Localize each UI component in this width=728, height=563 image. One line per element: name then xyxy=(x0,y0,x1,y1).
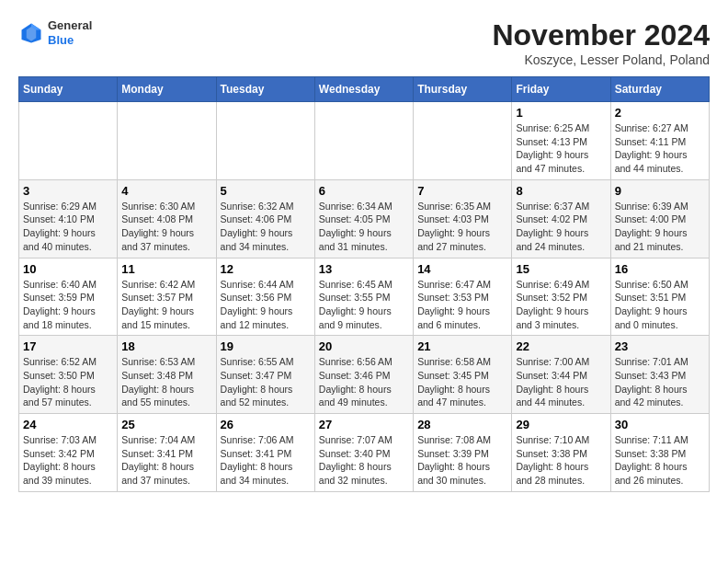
logo-text: General Blue xyxy=(48,18,92,47)
day-number: 1 xyxy=(516,106,606,120)
day-number: 24 xyxy=(23,418,113,431)
day-number: 5 xyxy=(221,184,311,198)
day-info: Sunrise: 6:45 AM Sunset: 3:55 PM Dayligh… xyxy=(319,278,409,332)
calendar-cell: 17Sunrise: 6:52 AM Sunset: 3:50 PM Dayli… xyxy=(19,336,118,414)
calendar-cell: 19Sunrise: 6:55 AM Sunset: 3:47 PM Dayli… xyxy=(216,336,314,414)
week-row-2: 3Sunrise: 6:29 AM Sunset: 4:10 PM Daylig… xyxy=(19,179,710,258)
calendar-cell: 14Sunrise: 6:47 AM Sunset: 3:53 PM Dayli… xyxy=(414,258,512,336)
day-number: 30 xyxy=(615,418,705,431)
week-row-3: 10Sunrise: 6:40 AM Sunset: 3:59 PM Dayli… xyxy=(19,258,710,336)
weekday-header-monday: Monday xyxy=(118,77,216,102)
calendar-cell: 15Sunrise: 6:49 AM Sunset: 3:52 PM Dayli… xyxy=(512,258,610,336)
day-number: 16 xyxy=(615,262,705,276)
day-number: 14 xyxy=(417,262,507,276)
day-info: Sunrise: 7:00 AM Sunset: 3:44 PM Dayligh… xyxy=(516,355,606,409)
day-info: Sunrise: 6:32 AM Sunset: 4:06 PM Dayligh… xyxy=(221,200,311,254)
calendar-cell: 5Sunrise: 6:32 AM Sunset: 4:06 PM Daylig… xyxy=(216,179,314,258)
day-info: Sunrise: 7:03 AM Sunset: 3:42 PM Dayligh… xyxy=(23,433,113,488)
weekday-header-friday: Friday xyxy=(512,77,610,102)
calendar-cell: 9Sunrise: 6:39 AM Sunset: 4:00 PM Daylig… xyxy=(610,179,709,258)
calendar-cell: 10Sunrise: 6:40 AM Sunset: 3:59 PM Dayli… xyxy=(19,258,118,336)
day-number: 25 xyxy=(121,418,211,431)
header-area: General Blue November 2024 Koszyce, Less… xyxy=(18,18,710,67)
day-info: Sunrise: 7:10 AM Sunset: 3:38 PM Dayligh… xyxy=(516,433,606,488)
day-number: 12 xyxy=(221,262,311,276)
calendar-cell xyxy=(19,102,118,180)
day-info: Sunrise: 6:50 AM Sunset: 3:51 PM Dayligh… xyxy=(615,278,705,332)
day-info: Sunrise: 6:49 AM Sunset: 3:52 PM Dayligh… xyxy=(516,278,606,332)
calendar-cell xyxy=(118,102,216,180)
calendar-cell: 29Sunrise: 7:10 AM Sunset: 3:38 PM Dayli… xyxy=(512,414,610,492)
weekday-header-tuesday: Tuesday xyxy=(216,77,314,102)
day-info: Sunrise: 6:25 AM Sunset: 4:13 PM Dayligh… xyxy=(516,121,606,176)
day-info: Sunrise: 7:07 AM Sunset: 3:40 PM Dayligh… xyxy=(319,433,409,488)
day-info: Sunrise: 6:58 AM Sunset: 3:45 PM Dayligh… xyxy=(417,355,507,409)
calendar-cell: 22Sunrise: 7:00 AM Sunset: 3:44 PM Dayli… xyxy=(512,336,610,414)
calendar-cell: 21Sunrise: 6:58 AM Sunset: 3:45 PM Dayli… xyxy=(414,336,512,414)
day-info: Sunrise: 6:52 AM Sunset: 3:50 PM Dayligh… xyxy=(23,355,113,409)
calendar-cell: 6Sunrise: 6:34 AM Sunset: 4:05 PM Daylig… xyxy=(314,179,413,258)
calendar-body: 1Sunrise: 6:25 AM Sunset: 4:13 PM Daylig… xyxy=(19,102,710,492)
day-info: Sunrise: 6:29 AM Sunset: 4:10 PM Dayligh… xyxy=(23,200,113,254)
day-info: Sunrise: 6:53 AM Sunset: 3:48 PM Dayligh… xyxy=(121,355,211,409)
calendar-cell: 18Sunrise: 6:53 AM Sunset: 3:48 PM Dayli… xyxy=(118,336,216,414)
weekday-header-sunday: Sunday xyxy=(19,77,118,102)
day-number: 13 xyxy=(319,262,409,276)
day-number: 15 xyxy=(516,262,606,276)
day-number: 9 xyxy=(615,184,705,198)
weekday-header-saturday: Saturday xyxy=(610,77,709,102)
calendar-cell: 3Sunrise: 6:29 AM Sunset: 4:10 PM Daylig… xyxy=(19,179,118,258)
day-number: 21 xyxy=(417,339,507,353)
day-info: Sunrise: 6:30 AM Sunset: 4:08 PM Dayligh… xyxy=(121,200,211,254)
month-title: November 2024 xyxy=(492,18,710,52)
day-number: 23 xyxy=(615,339,705,353)
calendar-cell: 16Sunrise: 6:50 AM Sunset: 3:51 PM Dayli… xyxy=(610,258,709,336)
weekday-header-thursday: Thursday xyxy=(414,77,512,102)
week-row-5: 24Sunrise: 7:03 AM Sunset: 3:42 PM Dayli… xyxy=(19,414,710,492)
calendar-cell: 26Sunrise: 7:06 AM Sunset: 3:41 PM Dayli… xyxy=(216,414,314,492)
day-info: Sunrise: 7:04 AM Sunset: 3:41 PM Dayligh… xyxy=(121,433,211,488)
calendar-cell: 8Sunrise: 6:37 AM Sunset: 4:02 PM Daylig… xyxy=(512,179,610,258)
day-info: Sunrise: 6:27 AM Sunset: 4:11 PM Dayligh… xyxy=(615,121,705,176)
weekday-header-wednesday: Wednesday xyxy=(314,77,413,102)
calendar-cell: 24Sunrise: 7:03 AM Sunset: 3:42 PM Dayli… xyxy=(19,414,118,492)
calendar-cell xyxy=(314,102,413,180)
day-info: Sunrise: 7:01 AM Sunset: 3:43 PM Dayligh… xyxy=(615,355,705,409)
day-number: 20 xyxy=(319,339,409,353)
day-info: Sunrise: 7:11 AM Sunset: 3:38 PM Dayligh… xyxy=(615,433,705,488)
day-info: Sunrise: 7:08 AM Sunset: 3:39 PM Dayligh… xyxy=(417,433,507,488)
calendar-cell: 27Sunrise: 7:07 AM Sunset: 3:40 PM Dayli… xyxy=(314,414,413,492)
day-number: 26 xyxy=(221,418,311,431)
calendar-cell: 30Sunrise: 7:11 AM Sunset: 3:38 PM Dayli… xyxy=(610,414,709,492)
logo-icon xyxy=(18,20,44,46)
day-number: 8 xyxy=(516,184,606,198)
weekday-header-row: SundayMondayTuesdayWednesdayThursdayFrid… xyxy=(19,77,710,102)
day-number: 22 xyxy=(516,339,606,353)
calendar-cell xyxy=(216,102,314,180)
day-info: Sunrise: 7:06 AM Sunset: 3:41 PM Dayligh… xyxy=(221,433,311,488)
calendar-cell: 23Sunrise: 7:01 AM Sunset: 3:43 PM Dayli… xyxy=(610,336,709,414)
calendar-cell: 12Sunrise: 6:44 AM Sunset: 3:56 PM Dayli… xyxy=(216,258,314,336)
day-info: Sunrise: 6:56 AM Sunset: 3:46 PM Dayligh… xyxy=(319,355,409,409)
day-number: 19 xyxy=(221,339,311,353)
calendar-cell: 7Sunrise: 6:35 AM Sunset: 4:03 PM Daylig… xyxy=(414,179,512,258)
day-info: Sunrise: 6:42 AM Sunset: 3:57 PM Dayligh… xyxy=(121,278,211,332)
calendar-cell: 4Sunrise: 6:30 AM Sunset: 4:08 PM Daylig… xyxy=(118,179,216,258)
calendar-cell: 1Sunrise: 6:25 AM Sunset: 4:13 PM Daylig… xyxy=(512,102,610,180)
week-row-1: 1Sunrise: 6:25 AM Sunset: 4:13 PM Daylig… xyxy=(19,102,710,180)
day-info: Sunrise: 6:40 AM Sunset: 3:59 PM Dayligh… xyxy=(23,278,113,332)
day-info: Sunrise: 6:47 AM Sunset: 3:53 PM Dayligh… xyxy=(417,278,507,332)
calendar-cell: 11Sunrise: 6:42 AM Sunset: 3:57 PM Dayli… xyxy=(118,258,216,336)
day-info: Sunrise: 6:39 AM Sunset: 4:00 PM Dayligh… xyxy=(615,200,705,254)
day-number: 29 xyxy=(516,418,606,431)
subtitle: Koszyce, Lesser Poland, Poland xyxy=(492,52,710,67)
day-number: 6 xyxy=(319,184,409,198)
day-info: Sunrise: 6:44 AM Sunset: 3:56 PM Dayligh… xyxy=(221,278,311,332)
day-info: Sunrise: 6:34 AM Sunset: 4:05 PM Dayligh… xyxy=(319,200,409,254)
calendar-cell: 13Sunrise: 6:45 AM Sunset: 3:55 PM Dayli… xyxy=(314,258,413,336)
day-number: 2 xyxy=(615,106,705,120)
day-info: Sunrise: 6:37 AM Sunset: 4:02 PM Dayligh… xyxy=(516,200,606,254)
calendar-cell: 2Sunrise: 6:27 AM Sunset: 4:11 PM Daylig… xyxy=(610,102,709,180)
day-number: 11 xyxy=(121,262,211,276)
day-number: 28 xyxy=(417,418,507,431)
